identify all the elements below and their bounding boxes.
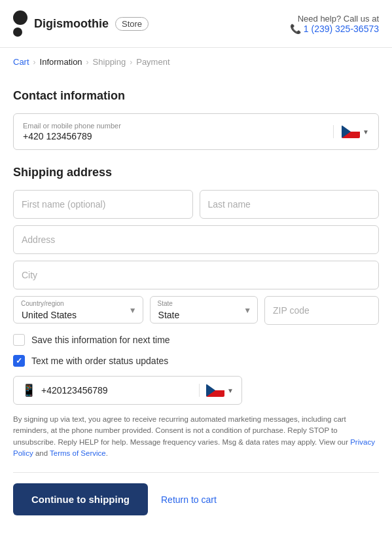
- breadcrumb: Cart › Information › Shipping › Payment: [0, 48, 392, 76]
- sms-phone-number: +420123456789: [41, 385, 194, 396]
- save-info-label: Save this information for next time: [31, 335, 170, 345]
- logo-dot-top: [13, 10, 27, 25]
- breadcrumb-sep-1: ›: [33, 58, 36, 67]
- name-row: [13, 190, 379, 219]
- disclaimer-text: By signing up via text, you agree to rec…: [13, 414, 379, 459]
- mobile-phone-icon: 📱: [22, 383, 36, 398]
- sms-flag-dropdown[interactable]: ▼: [199, 384, 234, 397]
- save-info-checkbox[interactable]: [13, 334, 25, 346]
- contact-field-inner: Email or mobile phone number +420 123456…: [23, 122, 333, 141]
- contact-flag-dropdown[interactable]: ▼: [333, 125, 369, 138]
- logo-area: Digismoothie Store: [13, 10, 149, 37]
- last-name-input[interactable]: [200, 190, 380, 219]
- continue-to-shipping-button[interactable]: Continue to shipping: [13, 483, 148, 515]
- sms-updates-row: Text me with order status updates: [13, 355, 379, 367]
- sms-updates-label: Text me with order status updates: [31, 356, 168, 366]
- return-to-cart-link[interactable]: Return to cart: [161, 494, 217, 505]
- header: Digismoothie Store Need help? Call us at…: [0, 0, 392, 48]
- sms-flag-chevron-icon: ▼: [227, 387, 234, 394]
- zip-input[interactable]: [264, 296, 379, 325]
- city-input[interactable]: [13, 261, 379, 289]
- phone-icon: 📞: [290, 24, 301, 34]
- help-text: Need help? Call us at: [290, 14, 379, 24]
- city-row: [13, 261, 379, 289]
- country-select-wrapper: Country/region United States ▼: [13, 296, 143, 325]
- sms-cz-flag: [206, 384, 224, 397]
- logo-icon: [13, 10, 27, 37]
- main-content: Contact information Email or mobile phon…: [0, 76, 392, 537]
- contact-field: Email or mobile phone number +420 123456…: [14, 114, 378, 149]
- breadcrumb-cart[interactable]: Cart: [13, 57, 29, 67]
- contact-section-title: Contact information: [13, 89, 379, 103]
- disclaimer-after: .: [106, 449, 108, 457]
- region-row: Country/region United States ▼ State Sta…: [13, 296, 379, 325]
- sms-phone-input-box: 📱 +420123456789 ▼: [13, 376, 242, 405]
- help-phone[interactable]: 📞 1 (239) 325-36573: [290, 24, 379, 34]
- breadcrumb-sep-3: ›: [130, 58, 132, 67]
- breadcrumb-payment: Payment: [136, 57, 169, 67]
- shipping-section-title: Shipping address: [13, 166, 379, 179]
- contact-field-value: +420 123456789: [23, 131, 333, 141]
- breadcrumb-information: Information: [40, 57, 82, 67]
- terms-of-service-link[interactable]: Terms of Service: [50, 449, 106, 457]
- sms-updates-checkbox[interactable]: [13, 355, 25, 367]
- address-input[interactable]: [13, 225, 379, 254]
- breadcrumb-shipping: Shipping: [93, 57, 126, 67]
- disclaimer-and: and: [33, 449, 50, 457]
- disclaimer-before: By signing up via text, you agree to rec…: [13, 415, 350, 446]
- cz-flag: [342, 125, 360, 138]
- state-select[interactable]: State: [150, 296, 258, 324]
- logo-dot-bottom: [13, 28, 22, 37]
- state-select-wrapper: State State ▼: [150, 296, 258, 325]
- country-select[interactable]: United States: [13, 296, 143, 324]
- action-buttons: Continue to shipping Return to cart: [13, 473, 379, 526]
- contact-box: Email or mobile phone number +420 123456…: [13, 113, 379, 150]
- save-info-row: Save this information for next time: [13, 334, 379, 346]
- store-badge: Store: [115, 17, 149, 31]
- help-area: Need help? Call us at 📞 1 (239) 325-3657…: [290, 14, 379, 34]
- phone-number: 1 (239) 325-36573: [304, 24, 379, 34]
- address-row: [13, 225, 379, 254]
- breadcrumb-sep-2: ›: [86, 58, 89, 67]
- brand-name: Digismoothie: [34, 17, 109, 31]
- first-name-input[interactable]: [13, 190, 193, 219]
- contact-field-label: Email or mobile phone number: [23, 122, 333, 130]
- flag-chevron-icon: ▼: [363, 128, 369, 136]
